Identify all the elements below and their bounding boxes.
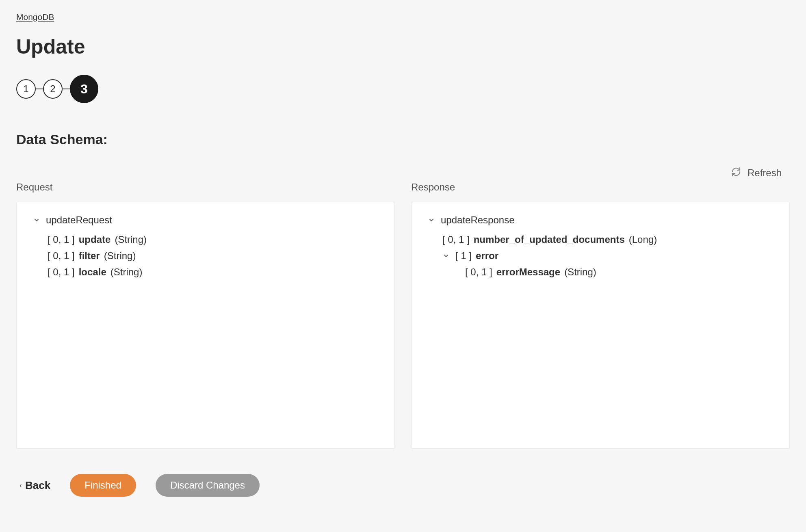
stepper: 1 2 3 bbox=[16, 75, 790, 103]
section-title: Data Schema: bbox=[16, 132, 790, 147]
back-button[interactable]: ‹ Back bbox=[20, 479, 50, 492]
response-root-row[interactable]: updateResponse bbox=[428, 214, 773, 226]
step-connector bbox=[63, 89, 70, 89]
finished-button[interactable]: Finished bbox=[70, 474, 136, 497]
field-name: number_of_updated_documents bbox=[474, 234, 625, 245]
step-3[interactable]: 3 bbox=[70, 75, 98, 103]
step-2[interactable]: 2 bbox=[43, 79, 63, 99]
chevron-down-icon[interactable] bbox=[442, 252, 450, 260]
field-cardinality: [ 0, 1 ] bbox=[465, 266, 492, 278]
field-cardinality: [ 0, 1 ] bbox=[48, 234, 75, 245]
schema-field: [ 0, 1 ] number_of_updated_documents (Lo… bbox=[442, 231, 773, 248]
response-panel: updateResponse [ 0, 1 ] number_of_update… bbox=[411, 202, 790, 449]
schema-field: [ 0, 1 ] locale (String) bbox=[48, 264, 378, 280]
refresh-button[interactable]: Refresh bbox=[731, 167, 782, 179]
request-root-label: updateRequest bbox=[46, 214, 112, 226]
field-name: locale bbox=[79, 266, 106, 278]
request-root-row[interactable]: updateRequest bbox=[33, 214, 378, 226]
schema-field: [ 0, 1 ] update (String) bbox=[48, 231, 378, 248]
breadcrumb-link[interactable]: MongoDB bbox=[16, 12, 54, 22]
response-column: Response updateResponse [ 0, 1 ] number_… bbox=[411, 182, 790, 449]
field-cardinality: [ 0, 1 ] bbox=[48, 266, 75, 278]
field-type: (String) bbox=[104, 250, 136, 262]
refresh-label: Refresh bbox=[748, 167, 782, 179]
back-label: Back bbox=[25, 479, 50, 492]
step-1[interactable]: 1 bbox=[16, 79, 36, 99]
field-cardinality: [ 0, 1 ] bbox=[48, 250, 75, 262]
request-column: Request updateRequest [ 0, 1 ] update (S… bbox=[16, 182, 395, 449]
response-root-label: updateResponse bbox=[441, 214, 514, 226]
footer-actions: ‹ Back Finished Discard Changes bbox=[16, 474, 790, 497]
field-name: error bbox=[476, 250, 498, 262]
field-name: filter bbox=[79, 250, 100, 262]
field-type: (String) bbox=[115, 234, 147, 245]
chevron-left-icon: ‹ bbox=[20, 481, 22, 490]
schema-field: [ 0, 1 ] filter (String) bbox=[48, 248, 378, 264]
discard-changes-button[interactable]: Discard Changes bbox=[156, 474, 260, 497]
step-connector bbox=[36, 89, 43, 89]
field-name: update bbox=[79, 234, 111, 245]
field-cardinality: [ 0, 1 ] bbox=[442, 234, 470, 245]
request-panel: updateRequest [ 0, 1 ] update (String) [… bbox=[16, 202, 395, 449]
field-type: (Long) bbox=[629, 234, 657, 245]
chevron-down-icon[interactable] bbox=[428, 216, 435, 224]
schema-group-row[interactable]: [ 1 ] error bbox=[442, 248, 773, 264]
request-header: Request bbox=[16, 182, 395, 193]
response-header: Response bbox=[411, 182, 790, 193]
field-type: (String) bbox=[110, 266, 143, 278]
field-name: errorMessage bbox=[496, 266, 560, 278]
schema-field: [ 0, 1 ] errorMessage (String) bbox=[465, 264, 773, 280]
field-type: (String) bbox=[564, 266, 596, 278]
page-title: Update bbox=[16, 35, 790, 58]
field-cardinality: [ 1 ] bbox=[455, 250, 472, 262]
chevron-down-icon[interactable] bbox=[33, 216, 40, 224]
refresh-icon bbox=[731, 167, 741, 179]
